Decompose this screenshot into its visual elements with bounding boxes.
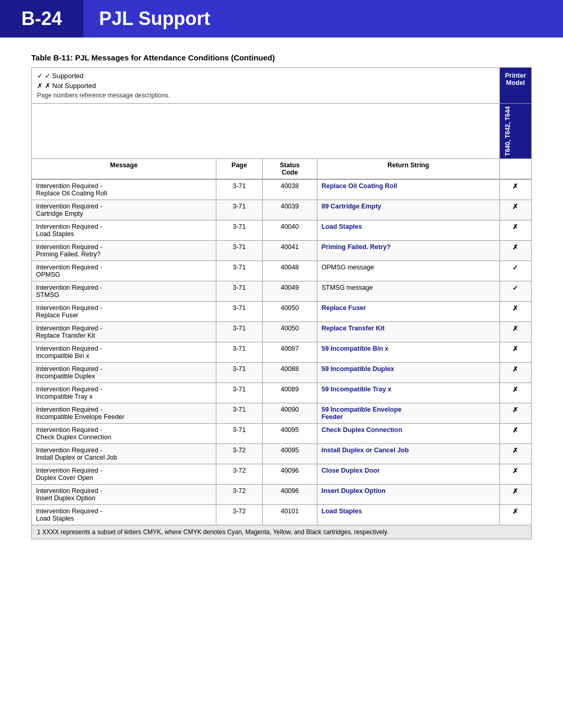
td-status-code: 40101: [262, 505, 317, 525]
td-page: 3-71: [216, 363, 263, 383]
td-page: 3-71: [216, 424, 263, 444]
table-row: Intervention Required -Load Staples3-714…: [32, 220, 532, 241]
model-rotated-cell: T640, T642, T644: [499, 104, 531, 159]
td-page: 3-71: [216, 322, 263, 342]
printer-model-header-cell: PrinterModel: [499, 68, 531, 104]
td-message: Intervention Required -Incompatible Tray…: [32, 383, 216, 403]
td-return-string: 59 Incompatible EnvelopeFeeder: [317, 403, 499, 424]
td-model-support: ✗: [499, 342, 531, 363]
td-model-support: ✓: [499, 261, 531, 281]
table-row: Intervention Required -Incompatible Bin …: [32, 342, 532, 363]
page-title: PJL Support: [83, 0, 563, 38]
td-page: 3-71: [216, 383, 263, 403]
td-return-string: Replace Oil Coating Roll: [317, 179, 499, 200]
td-return-string: Priming Failed. Retry?: [317, 241, 499, 261]
td-message: Intervention Required -Priming Failed. R…: [32, 241, 216, 261]
td-model-support: ✗: [499, 383, 531, 403]
td-status-code: 40088: [262, 363, 317, 383]
col-return-header: Return String: [317, 159, 499, 180]
td-model-support: ✗: [499, 363, 531, 383]
td-status-code: 40048: [262, 261, 317, 281]
td-status-code: 40041: [262, 241, 317, 261]
td-model-support: ✗: [499, 241, 531, 261]
x-icon-legend: ✗: [37, 82, 43, 90]
td-page: 3-71: [216, 281, 263, 302]
table-body: Intervention Required -Replace Oil Coati…: [32, 179, 532, 525]
td-return-string: Check Duplex Connection: [317, 424, 499, 444]
td-model-support: ✗: [499, 464, 531, 485]
main-content: Table B-11: PJL Messages for Attendance …: [0, 53, 563, 560]
td-status-code: 40038: [262, 179, 317, 200]
td-model-support: ✗: [499, 200, 531, 220]
td-model-support: ✗: [499, 444, 531, 464]
table-row: Intervention Required -STMSG3-7140049STM…: [32, 281, 532, 302]
td-model-support: ✗: [499, 322, 531, 342]
td-return-string: Close Duplex Door: [317, 464, 499, 485]
legend-note: Page numbers reference message descripti…: [37, 92, 494, 99]
td-message: Intervention Required -Replace Oil Coati…: [32, 179, 216, 200]
td-return-string: Replace Transfer Kit: [317, 322, 499, 342]
td-return-string: OPMSG message: [317, 261, 499, 281]
not-supported-label: ✗ Not Supported: [45, 82, 96, 90]
legend-cell: ✓ ✓ Supported ✗ ✗ Not Supported Page num…: [32, 68, 500, 104]
table-row: Intervention Required -Incompatible Tray…: [32, 383, 532, 403]
td-return-string: Install Duplex or Cancel Job: [317, 444, 499, 464]
td-page: 3-71: [216, 220, 263, 241]
td-message: Intervention Required -Check Duplex Conn…: [32, 424, 216, 444]
td-page: 3-71: [216, 403, 263, 424]
column-headers-row: Message Page StatusCode Return String: [32, 159, 532, 180]
td-status-code: 40039: [262, 200, 317, 220]
td-page: 3-72: [216, 505, 263, 525]
td-message: Intervention Required -Insert Duplex Opt…: [32, 485, 216, 505]
td-message: Intervention Required -Install Duplex or…: [32, 444, 216, 464]
table-title: Table B-11: PJL Messages for Attendance …: [31, 53, 532, 62]
td-message: Intervention Required -STMSG: [32, 281, 216, 302]
td-message: Intervention Required -Load Staples: [32, 505, 216, 525]
td-page: 3-71: [216, 200, 263, 220]
td-model-support: ✗: [499, 179, 531, 200]
td-return-string: Load Staples: [317, 220, 499, 241]
td-page: 3-71: [216, 261, 263, 281]
td-model-support: ✗: [499, 424, 531, 444]
footnote-cell: 1 XXXX represents a subset of letters CM…: [32, 525, 532, 539]
table-row: Intervention Required -Replace Transfer …: [32, 322, 532, 342]
td-status-code: 40050: [262, 322, 317, 342]
td-model-support: ✗: [499, 485, 531, 505]
td-page: 3-72: [216, 444, 263, 464]
model-label-row: T640, T642, T644: [32, 104, 532, 159]
td-message: Intervention Required -Incompatible Dupl…: [32, 363, 216, 383]
table-row: Intervention Required -Check Duplex Conn…: [32, 424, 532, 444]
td-return-string: Replace Fuser: [317, 302, 499, 322]
col-message-header: Message: [32, 159, 216, 180]
legend-not-supported: ✗ ✗ Not Supported: [37, 82, 494, 90]
td-return-string: 59 Incompatible Tray x: [317, 383, 499, 403]
td-return-string: 89 Cartridge Empty: [317, 200, 499, 220]
td-status-code: 40040: [262, 220, 317, 241]
table-row: Intervention Required -Priming Failed. R…: [32, 241, 532, 261]
td-status-code: 40049: [262, 281, 317, 302]
td-message: Intervention Required -Replace Transfer …: [32, 322, 216, 342]
main-table: ✓ ✓ Supported ✗ ✗ Not Supported Page num…: [31, 67, 532, 539]
td-page: 3-71: [216, 241, 263, 261]
supported-label: ✓ Supported: [45, 72, 84, 80]
col-page-header: Page: [216, 159, 263, 180]
table-row: Intervention Required -Install Duplex or…: [32, 444, 532, 464]
table-row: Intervention Required -Incompatible Enve…: [32, 403, 532, 424]
td-page: 3-71: [216, 302, 263, 322]
td-model-support: ✗: [499, 302, 531, 322]
td-model-support: ✓: [499, 281, 531, 302]
table-row: Intervention Required -OPMSG3-7140048OPM…: [32, 261, 532, 281]
td-message: Intervention Required -Replace Fuser: [32, 302, 216, 322]
td-return-string: 59 Incompatible Duplex: [317, 363, 499, 383]
td-model-support: ✗: [499, 505, 531, 525]
td-model-support: ✗: [499, 220, 531, 241]
td-return-string: Insert Duplex Option: [317, 485, 499, 505]
td-message: Intervention Required -Cartridge Empty: [32, 200, 216, 220]
td-return-string: STMSG message: [317, 281, 499, 302]
td-page: 3-71: [216, 179, 263, 200]
td-status-code: 40050: [262, 302, 317, 322]
td-status-code: 40090: [262, 403, 317, 424]
table-row: Intervention Required -Replace Oil Coati…: [32, 179, 532, 200]
td-message: Intervention Required -Incompatible Enve…: [32, 403, 216, 424]
table-row: Intervention Required -Duplex Cover Open…: [32, 464, 532, 485]
